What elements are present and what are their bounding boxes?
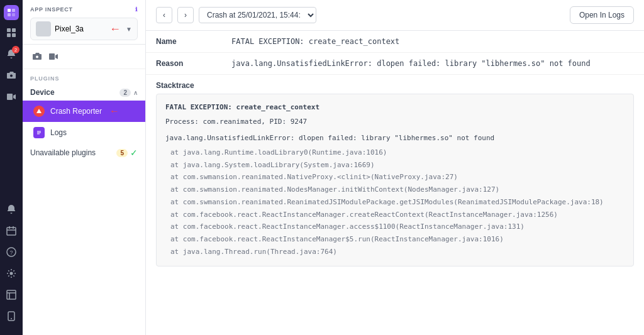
- app-logo[interactable]: [4, 5, 19, 20]
- unavailable-label: Unavailable plugins: [30, 148, 96, 157]
- stacktrace-line-6: at com.facebook.react.ReactInstanceManag…: [165, 209, 625, 221]
- settings-icon[interactable]: [3, 265, 20, 282]
- sidebar: APP INSPECT ℹ Pixel_3a ← ▼ PLUGINS Devic…: [23, 0, 146, 335]
- info-icon[interactable]: ℹ: [135, 6, 138, 13]
- toolbar-left: ‹ › Crash at 25/01/2021, 15:44:: [156, 7, 316, 23]
- red-arrow-sidebar: ←: [109, 106, 119, 117]
- svg-rect-10: [7, 228, 16, 235]
- logs-label: Logs: [50, 128, 67, 137]
- sidebar-video-icon[interactable]: [47, 50, 60, 63]
- svg-rect-3: [12, 13, 15, 16]
- svg-point-17: [36, 56, 38, 58]
- stacktrace-line-1: at java.lang.Runtime.loadLibrary0(Runtim…: [165, 147, 625, 159]
- reason-label: Reason: [146, 53, 221, 75]
- svg-rect-1: [12, 9, 15, 12]
- camera-icon[interactable]: [3, 67, 20, 84]
- sidebar-item-logs[interactable]: Logs: [23, 122, 145, 143]
- grid-icon[interactable]: [3, 24, 20, 41]
- svg-rect-18: [49, 53, 55, 60]
- svg-rect-9: [7, 94, 13, 100]
- bell-icon[interactable]: 2: [3, 45, 20, 63]
- svg-rect-2: [8, 13, 11, 16]
- unavailable-meta: 5 ✓: [116, 148, 138, 158]
- check-icon: ✓: [130, 148, 138, 158]
- chevron-up-icon: ∧: [133, 89, 138, 96]
- stacktrace-line-8: at com.facebook.react.ReactInstanceManag…: [165, 234, 625, 246]
- reason-row: Reason java.lang.UnsatisfiedLinkError: d…: [146, 53, 644, 75]
- stacktrace-line-9: at java.lang.Thread.run(Thread.java:764): [165, 246, 625, 258]
- stacktrace-line-4: at com.swmansion.reanimated.NodesManager…: [165, 184, 625, 196]
- notification-icon[interactable]: [3, 200, 20, 218]
- video-icon[interactable]: [3, 88, 20, 106]
- stacktrace-label: Stacktrace: [146, 75, 644, 94]
- crash-reporter-icon: [33, 105, 45, 118]
- open-in-logs-button[interactable]: Open In Logs: [570, 6, 634, 24]
- device-avatar: [36, 21, 51, 36]
- main-toolbar: ‹ › Crash at 25/01/2021, 15:44: Open In …: [146, 0, 644, 31]
- device-count-badge: 2: [119, 89, 131, 97]
- svg-rect-4: [7, 28, 11, 32]
- stacktrace-line-2: at java.lang.System.loadLibrary(System.j…: [165, 160, 625, 172]
- svg-rect-6: [7, 33, 11, 37]
- red-arrow-device: ←: [109, 23, 121, 36]
- bell-badge: 2: [12, 46, 19, 53]
- sidebar-bottom: [23, 162, 145, 335]
- sidebar-item-crash-reporter[interactable]: Crash Reporter ←: [23, 101, 145, 122]
- svg-rect-5: [12, 28, 16, 32]
- stacktrace-line-3: at com.swmansion.reanimated.NativeProxy.…: [165, 172, 625, 184]
- device-group-meta: 2 ∧: [119, 89, 138, 97]
- dropdown-arrow: ▼: [126, 26, 132, 33]
- name-value: FATAL EXCEPTION: create_react_context: [221, 31, 644, 53]
- sidebar-icons-row: [23, 45, 145, 69]
- stacktrace-line-5: at com.swmansion.reanimated.ReanimatedJS…: [165, 197, 625, 209]
- svg-rect-0: [8, 9, 11, 12]
- svg-point-8: [10, 75, 13, 77]
- stacktrace-fatal: FATAL EXCEPTION: create_react_context: [165, 102, 625, 114]
- stacktrace-line-7: at com.facebook.react.ReactInstanceManag…: [165, 221, 625, 233]
- device-group-title: Device: [30, 88, 55, 97]
- forward-button[interactable]: ›: [177, 7, 194, 23]
- svg-rect-14: [7, 290, 16, 299]
- crash-report-content: Name FATAL EXCEPTION: create_react_conte…: [146, 31, 644, 335]
- name-row: Name FATAL EXCEPTION: create_react_conte…: [146, 31, 644, 53]
- plugins-label: PLUGINS: [23, 69, 145, 84]
- calendar-icon[interactable]: [3, 222, 20, 239]
- unavailable-plugins-row[interactable]: Unavailable plugins 5 ✓: [23, 143, 145, 162]
- svg-point-13: [10, 272, 13, 275]
- device-name: Pixel_3a: [55, 25, 106, 33]
- reason-value: java.lang.UnsatisfiedLinkError: dlopen f…: [221, 53, 644, 75]
- main-content: ‹ › Crash at 25/01/2021, 15:44: Open In …: [146, 0, 644, 335]
- icon-bar: 2: [0, 0, 23, 335]
- crash-reporter-label: Crash Reporter: [50, 107, 102, 116]
- sidebar-header: APP INSPECT ℹ Pixel_3a ← ▼: [23, 0, 145, 45]
- svg-rect-7: [12, 33, 16, 37]
- stacktrace-process: Process: com.reanimated, PID: 9247: [165, 116, 625, 128]
- question-icon[interactable]: ?: [3, 243, 20, 261]
- name-label: Name: [146, 31, 221, 53]
- unavailable-count: 5: [116, 149, 128, 157]
- layout-icon[interactable]: [3, 286, 20, 304]
- crash-meta-table: Name FATAL EXCEPTION: create_react_conte…: [146, 31, 644, 75]
- device-manager-icon[interactable]: [3, 307, 20, 325]
- device-selector[interactable]: Pixel_3a ← ▼: [30, 18, 138, 40]
- svg-text:?: ?: [9, 250, 13, 256]
- svg-point-16: [11, 318, 12, 319]
- logs-icon: [33, 126, 45, 139]
- back-button[interactable]: ‹: [156, 7, 172, 23]
- sidebar-camera-icon[interactable]: [30, 50, 44, 63]
- app-inspect-label: APP INSPECT ℹ: [30, 6, 138, 13]
- stacktrace-error: java.lang.UnsatisfiedLinkError: dlopen f…: [165, 133, 625, 145]
- crash-selector[interactable]: Crash at 25/01/2021, 15:44:: [199, 7, 316, 23]
- device-group-header[interactable]: Device 2 ∧: [23, 84, 145, 101]
- stacktrace-content: FATAL EXCEPTION: create_react_context Pr…: [156, 94, 634, 266]
